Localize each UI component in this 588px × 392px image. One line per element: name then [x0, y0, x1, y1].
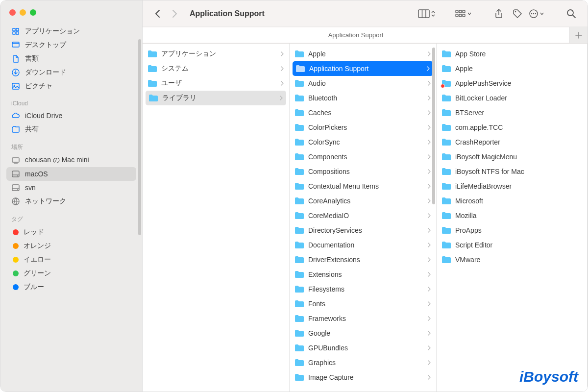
- sidebar-item-locations-0[interactable]: chousan の Mac mini: [6, 153, 136, 167]
- folder-icon: [294, 226, 304, 234]
- folder-row[interactable]: Components: [290, 149, 436, 164]
- sidebar-item-icloud-1[interactable]: 共有: [6, 122, 136, 136]
- chevron-right-icon: [281, 66, 284, 71]
- sidebar-item-favorites-0[interactable]: アプリケーション: [6, 24, 136, 38]
- chevron-right-icon: [280, 96, 283, 100]
- folder-row[interactable]: CoreMediaIO: [290, 208, 436, 223]
- sidebar-item-favorites-2[interactable]: 書類: [6, 52, 136, 66]
- sidebar-item-favorites-4[interactable]: ピクチャ: [6, 79, 136, 93]
- folder-label: Apple: [455, 65, 582, 73]
- folder-row[interactable]: iLifeMediaBrowser: [437, 179, 587, 194]
- sidebar-tag-2[interactable]: イエロー: [6, 253, 136, 267]
- folder-label: BTServer: [455, 109, 582, 117]
- sidebar-tag-4[interactable]: ブルー: [6, 280, 136, 294]
- folder-row[interactable]: VMware: [437, 252, 587, 267]
- view-columns-button[interactable]: [418, 9, 436, 18]
- folder-row[interactable]: DirectoryServices: [290, 223, 436, 238]
- folder-row[interactable]: Compositions: [290, 164, 436, 179]
- folder-row[interactable]: DriverExtensions: [290, 252, 436, 267]
- folder-row[interactable]: Google: [290, 326, 436, 341]
- folder-label: Image Capture: [308, 373, 424, 381]
- share-button[interactable]: [491, 6, 506, 21]
- sidebar-tag-1[interactable]: オレンジ: [6, 239, 136, 253]
- folder-row[interactable]: iBoysoft MagicMenu: [437, 149, 587, 164]
- tab-application-support[interactable]: Application Support: [143, 27, 569, 43]
- sidebar-item-locations-3[interactable]: ネットワーク: [6, 195, 136, 208]
- folder-row[interactable]: Caches: [290, 105, 436, 120]
- folder-icon: [148, 94, 158, 102]
- folder-row[interactable]: CrashReporter: [437, 135, 587, 149]
- folder-row[interactable]: Extensions: [290, 267, 436, 282]
- folder-label: iBoysoft MagicMenu: [455, 153, 582, 161]
- folder-row[interactable]: com.apple.TCC: [437, 120, 587, 135]
- folder-row[interactable]: Image Capture: [290, 370, 436, 385]
- actions-button[interactable]: [529, 9, 544, 19]
- folder-label: DriverExtensions: [308, 256, 424, 264]
- folder-row[interactable]: Bluetooth: [290, 91, 436, 105]
- folder-row[interactable]: Documentation: [290, 238, 436, 252]
- folder-icon: [441, 212, 451, 220]
- folder-row[interactable]: Audio: [290, 76, 436, 91]
- folder-row[interactable]: Microsoft: [437, 194, 587, 208]
- folder-row[interactable]: Graphics: [290, 355, 436, 370]
- folder-row[interactable]: BTServer: [437, 105, 587, 120]
- sidebar-item-favorites-3[interactable]: ダウンロード: [6, 66, 136, 79]
- folder-row[interactable]: ApplePushService: [437, 76, 587, 91]
- folder-row[interactable]: GPUBundles: [290, 341, 436, 355]
- sidebar-scrollbar[interactable]: [138, 39, 141, 235]
- folder-row[interactable]: アプリケーション: [143, 47, 289, 61]
- svg-rect-33: [149, 97, 158, 101]
- sidebar-item-icloud-0[interactable]: iCloud Drive: [6, 109, 136, 122]
- folder-icon: [441, 94, 451, 102]
- folder-icon: [294, 344, 304, 352]
- column-scrollbar[interactable]: [432, 48, 435, 204]
- svg-rect-40: [295, 141, 304, 146]
- folder-row[interactable]: Apple: [290, 47, 436, 61]
- tag-dot-icon: [13, 257, 19, 263]
- folder-label: Script Editor: [455, 241, 582, 249]
- new-tab-button[interactable]: [569, 27, 588, 43]
- folder-label: システム: [161, 64, 277, 73]
- chevron-right-icon: [428, 272, 431, 277]
- folder-label: Extensions: [308, 270, 424, 278]
- group-button[interactable]: [455, 10, 472, 18]
- folder-row[interactable]: Frameworks: [290, 311, 436, 326]
- folder-row[interactable]: Apple: [437, 61, 587, 76]
- folder-row[interactable]: ColorPickers: [290, 120, 436, 135]
- folder-row[interactable]: ColorSync: [290, 135, 436, 149]
- sidebar-item-locations-2[interactable]: svn: [6, 181, 136, 195]
- svg-rect-37: [295, 97, 304, 101]
- folder-label: iBoysoft NTFS for Mac: [455, 168, 582, 175]
- folder-row[interactable]: ライブラリ: [146, 91, 286, 105]
- back-button[interactable]: [151, 7, 164, 20]
- forward-button[interactable]: [168, 7, 181, 20]
- sidebar-tag-3[interactable]: グリーン: [6, 267, 136, 280]
- folder-row[interactable]: App Store: [437, 47, 587, 61]
- folder-row[interactable]: iBoysoft NTFS for Mac: [437, 164, 587, 179]
- folder-row[interactable]: Filesystems: [290, 282, 436, 296]
- folder-icon: [294, 329, 304, 337]
- folder-row[interactable]: システム: [143, 61, 289, 76]
- search-button[interactable]: [564, 6, 579, 21]
- folder-row[interactable]: Contextual Menu Items: [290, 179, 436, 194]
- close-icon[interactable]: [9, 9, 16, 16]
- sidebar-item-locations-1[interactable]: macOS: [6, 167, 136, 181]
- minimize-icon[interactable]: [20, 9, 26, 16]
- folder-row[interactable]: CoreAnalytics: [290, 194, 436, 208]
- folder-row[interactable]: BitLocker Loader: [437, 91, 587, 105]
- folder-row[interactable]: Script Editor: [437, 238, 587, 252]
- sidebar-tag-0[interactable]: レッド: [6, 225, 136, 239]
- tag-button[interactable]: [510, 6, 525, 21]
- svg-point-26: [533, 13, 534, 14]
- svg-rect-36: [295, 82, 304, 87]
- folder-row[interactable]: Mozilla: [437, 208, 587, 223]
- svg-rect-61: [442, 111, 451, 116]
- folder-row[interactable]: Fonts: [290, 296, 436, 311]
- folder-row[interactable]: ProApps: [437, 223, 587, 238]
- sidebar-item-favorites-1[interactable]: デスクトップ: [6, 38, 136, 52]
- folder-row[interactable]: Application Support: [293, 61, 433, 76]
- folder-row[interactable]: ユーザ: [143, 76, 289, 91]
- chevron-right-icon: [428, 125, 431, 130]
- maximize-icon[interactable]: [30, 9, 36, 16]
- svg-rect-43: [295, 185, 304, 190]
